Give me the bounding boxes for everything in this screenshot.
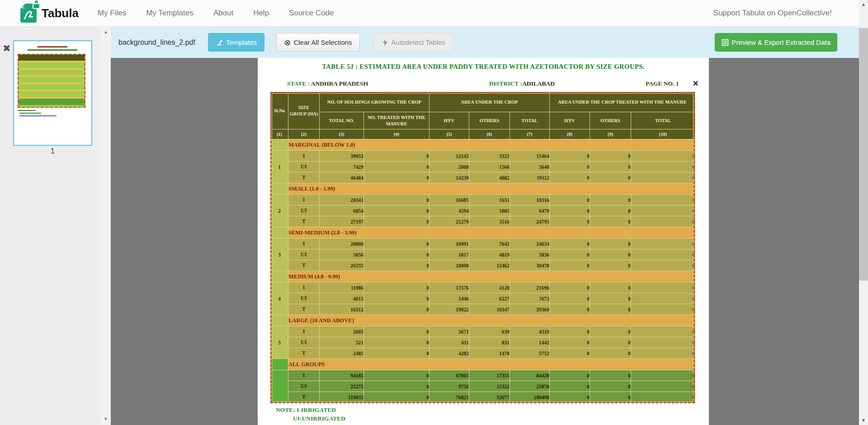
scroll-down-icon[interactable]: ▼ [859,417,868,424]
thumb-group-rows [19,62,85,68]
scroll-up-icon[interactable]: ▲ [859,1,868,8]
thumb-note-line [18,110,36,111]
state-value: ANDHRA PRADESH [311,80,368,87]
thumb-group-rows [19,84,85,90]
thumb-group-rows [19,77,85,82]
thumb-subtitle-line [28,49,77,51]
toolbar: background_lines_2.pdf Templates ⊗ Clear… [111,27,859,58]
thumb-group-rows [19,91,85,97]
document-filename: background_lines_2.pdf [118,38,195,47]
remove-page-icon[interactable]: ✖ [3,43,11,54]
content-row: ✖ 1 ▲ ▼ background_lines_2.pdf [0,27,859,425]
acrobat-swirl-icon [21,6,36,22]
page-thumbnail[interactable] [13,40,92,146]
thumb-group-rows [19,99,85,105]
scroll-down-icon[interactable]: ▼ [101,416,111,421]
table-selection-region[interactable] [270,92,695,403]
pdf-workspace: TABLE 5J : ESTIMATED AREA UNDER PADDY TR… [111,58,859,425]
window-scrollbar[interactable]: ▲ ▼ [859,0,868,425]
page-no-label: PAGE NO. 1 [646,80,679,87]
note-line-2: UI-UNIRRIGATED [293,415,345,422]
page-number-label: 1 [13,147,92,155]
table-list-icon [722,39,729,46]
sidebar-scrollbar[interactable]: ▲ ▼ [101,27,111,425]
clear-circle-x-icon: ⊗ [284,38,291,47]
tabula-logo-icon[interactable] [20,4,37,23]
autodetect-tables-button[interactable]: Autodetect Tables [373,33,454,52]
lightning-icon [382,39,388,46]
note-line-1: NOTE: I-IRRIGATED [276,406,336,414]
scrollbar-thumb[interactable] [859,28,868,281]
export-button-label: Preview & Export Extracted Data [732,38,830,46]
main-panel: background_lines_2.pdf Templates ⊗ Clear… [111,27,859,425]
thumb-table-header [19,55,85,61]
template-icon [216,39,223,46]
clear-all-selections-button[interactable]: ⊗ Clear All Selections [276,33,359,52]
autodetect-button-label: Autodetect Tables [392,38,445,46]
templates-button[interactable]: Templates [208,33,264,52]
navbar: Tabula My FilesMy TemplatesAboutHelpSour… [0,0,859,27]
templates-button-label: Templates [226,38,257,46]
district-label: DISTRICT :ADILABAD [489,80,555,87]
state-label: STATE : ANDHRA PRADESH [287,80,368,87]
brand-title[interactable]: Tabula [42,6,79,20]
preview-export-button[interactable]: Preview & Export Extracted Data [715,33,837,52]
pdf-page[interactable]: TABLE 5J : ESTIMATED AREA UNDER PADDY TR… [258,58,709,425]
nav-item-my-templates[interactable]: My Templates [146,9,193,18]
clear-button-label: Clear All Selections [293,38,352,46]
thumbnail-mini-table [18,54,85,108]
thumb-note-line [19,113,41,114]
nav-items: My FilesMy TemplatesAboutHelpSource Code [98,9,334,18]
nav-item-help[interactable]: Help [253,9,269,18]
nav-item-source-code[interactable]: Source Code [289,9,334,18]
thumb-group-rows [19,70,85,75]
support-link[interactable]: Support Tabula on OpenCollective! [713,9,832,18]
nav-item-about[interactable]: About [213,9,233,18]
thumb-title-line [38,46,67,48]
lock-icon [33,0,40,8]
scroll-up-icon[interactable]: ▲ [101,29,111,34]
nav-item-my-files[interactable]: My Files [98,9,126,18]
district-value: ADILABAD [522,80,555,87]
selection-close-icon[interactable]: ✕ [693,79,698,88]
document-title: TABLE 5J : ESTIMATED AREA UNDER PADDY TR… [258,63,709,71]
thumb-note-line [19,115,57,116]
tabula-app-window: Tabula My FilesMy TemplatesAboutHelpSour… [0,0,868,425]
page-sidebar: ✖ 1 ▲ ▼ [0,27,111,425]
